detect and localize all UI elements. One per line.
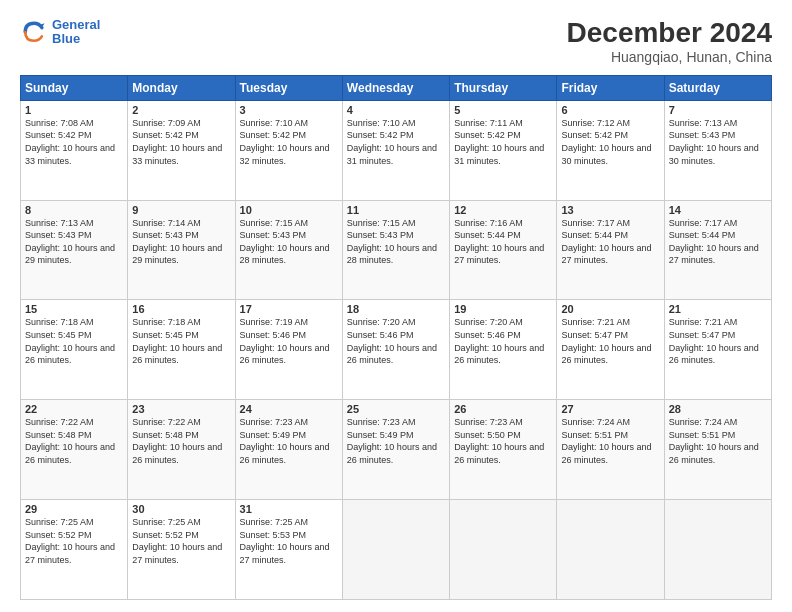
day-number: 24 — [240, 403, 338, 415]
calendar-cell: 10Sunrise: 7:15 AMSunset: 5:43 PMDayligh… — [235, 200, 342, 300]
day-info: Sunrise: 7:18 AMSunset: 5:45 PMDaylight:… — [132, 316, 230, 366]
weekday-header-row: SundayMondayTuesdayWednesdayThursdayFrid… — [21, 75, 772, 100]
logo-text: General Blue — [52, 18, 100, 47]
day-number: 22 — [25, 403, 123, 415]
day-info: Sunrise: 7:24 AMSunset: 5:51 PMDaylight:… — [669, 416, 767, 466]
day-info: Sunrise: 7:23 AMSunset: 5:49 PMDaylight:… — [240, 416, 338, 466]
weekday-header-thursday: Thursday — [450, 75, 557, 100]
day-info: Sunrise: 7:11 AMSunset: 5:42 PMDaylight:… — [454, 117, 552, 167]
calendar-cell: 17Sunrise: 7:19 AMSunset: 5:46 PMDayligh… — [235, 300, 342, 400]
day-info: Sunrise: 7:12 AMSunset: 5:42 PMDaylight:… — [561, 117, 659, 167]
day-number: 27 — [561, 403, 659, 415]
day-info: Sunrise: 7:14 AMSunset: 5:43 PMDaylight:… — [132, 217, 230, 267]
day-number: 23 — [132, 403, 230, 415]
calendar-cell: 18Sunrise: 7:20 AMSunset: 5:46 PMDayligh… — [342, 300, 449, 400]
calendar-cell: 29Sunrise: 7:25 AMSunset: 5:52 PMDayligh… — [21, 500, 128, 600]
calendar-cell: 23Sunrise: 7:22 AMSunset: 5:48 PMDayligh… — [128, 400, 235, 500]
day-number: 21 — [669, 303, 767, 315]
calendar-cell: 6Sunrise: 7:12 AMSunset: 5:42 PMDaylight… — [557, 100, 664, 200]
day-info: Sunrise: 7:21 AMSunset: 5:47 PMDaylight:… — [669, 316, 767, 366]
page: General Blue December 2024 Huangqiao, Hu… — [0, 0, 792, 612]
calendar-cell: 19Sunrise: 7:20 AMSunset: 5:46 PMDayligh… — [450, 300, 557, 400]
calendar-cell: 27Sunrise: 7:24 AMSunset: 5:51 PMDayligh… — [557, 400, 664, 500]
calendar-cell — [557, 500, 664, 600]
calendar-cell: 22Sunrise: 7:22 AMSunset: 5:48 PMDayligh… — [21, 400, 128, 500]
calendar-cell: 4Sunrise: 7:10 AMSunset: 5:42 PMDaylight… — [342, 100, 449, 200]
day-number: 10 — [240, 204, 338, 216]
day-number: 11 — [347, 204, 445, 216]
calendar-cell: 7Sunrise: 7:13 AMSunset: 5:43 PMDaylight… — [664, 100, 771, 200]
day-number: 12 — [454, 204, 552, 216]
calendar-cell: 13Sunrise: 7:17 AMSunset: 5:44 PMDayligh… — [557, 200, 664, 300]
calendar-week-4: 22Sunrise: 7:22 AMSunset: 5:48 PMDayligh… — [21, 400, 772, 500]
day-number: 4 — [347, 104, 445, 116]
calendar-week-5: 29Sunrise: 7:25 AMSunset: 5:52 PMDayligh… — [21, 500, 772, 600]
day-number: 26 — [454, 403, 552, 415]
main-title: December 2024 — [567, 18, 772, 49]
day-number: 28 — [669, 403, 767, 415]
calendar-cell — [450, 500, 557, 600]
day-number: 25 — [347, 403, 445, 415]
calendar-week-3: 15Sunrise: 7:18 AMSunset: 5:45 PMDayligh… — [21, 300, 772, 400]
calendar-cell: 8Sunrise: 7:13 AMSunset: 5:43 PMDaylight… — [21, 200, 128, 300]
day-info: Sunrise: 7:25 AMSunset: 5:52 PMDaylight:… — [25, 516, 123, 566]
day-number: 8 — [25, 204, 123, 216]
logo-general: General — [52, 17, 100, 32]
calendar-cell: 26Sunrise: 7:23 AMSunset: 5:50 PMDayligh… — [450, 400, 557, 500]
day-number: 19 — [454, 303, 552, 315]
calendar-table: SundayMondayTuesdayWednesdayThursdayFrid… — [20, 75, 772, 600]
calendar-cell: 14Sunrise: 7:17 AMSunset: 5:44 PMDayligh… — [664, 200, 771, 300]
calendar-cell: 30Sunrise: 7:25 AMSunset: 5:52 PMDayligh… — [128, 500, 235, 600]
day-info: Sunrise: 7:10 AMSunset: 5:42 PMDaylight:… — [240, 117, 338, 167]
subtitle: Huangqiao, Hunan, China — [567, 49, 772, 65]
logo: General Blue — [20, 18, 100, 47]
calendar-cell: 9Sunrise: 7:14 AMSunset: 5:43 PMDaylight… — [128, 200, 235, 300]
day-number: 16 — [132, 303, 230, 315]
calendar-week-1: 1Sunrise: 7:08 AMSunset: 5:42 PMDaylight… — [21, 100, 772, 200]
calendar-cell: 1Sunrise: 7:08 AMSunset: 5:42 PMDaylight… — [21, 100, 128, 200]
day-info: Sunrise: 7:23 AMSunset: 5:50 PMDaylight:… — [454, 416, 552, 466]
day-info: Sunrise: 7:22 AMSunset: 5:48 PMDaylight:… — [132, 416, 230, 466]
weekday-header-monday: Monday — [128, 75, 235, 100]
calendar-cell: 28Sunrise: 7:24 AMSunset: 5:51 PMDayligh… — [664, 400, 771, 500]
day-number: 17 — [240, 303, 338, 315]
day-info: Sunrise: 7:13 AMSunset: 5:43 PMDaylight:… — [669, 117, 767, 167]
day-info: Sunrise: 7:24 AMSunset: 5:51 PMDaylight:… — [561, 416, 659, 466]
day-info: Sunrise: 7:15 AMSunset: 5:43 PMDaylight:… — [240, 217, 338, 267]
calendar-cell: 15Sunrise: 7:18 AMSunset: 5:45 PMDayligh… — [21, 300, 128, 400]
calendar-cell — [342, 500, 449, 600]
weekday-header-wednesday: Wednesday — [342, 75, 449, 100]
calendar-cell: 16Sunrise: 7:18 AMSunset: 5:45 PMDayligh… — [128, 300, 235, 400]
day-number: 9 — [132, 204, 230, 216]
day-number: 18 — [347, 303, 445, 315]
day-number: 14 — [669, 204, 767, 216]
calendar-week-2: 8Sunrise: 7:13 AMSunset: 5:43 PMDaylight… — [21, 200, 772, 300]
day-info: Sunrise: 7:15 AMSunset: 5:43 PMDaylight:… — [347, 217, 445, 267]
day-info: Sunrise: 7:16 AMSunset: 5:44 PMDaylight:… — [454, 217, 552, 267]
calendar-cell: 20Sunrise: 7:21 AMSunset: 5:47 PMDayligh… — [557, 300, 664, 400]
day-number: 20 — [561, 303, 659, 315]
day-info: Sunrise: 7:20 AMSunset: 5:46 PMDaylight:… — [347, 316, 445, 366]
day-number: 7 — [669, 104, 767, 116]
day-number: 30 — [132, 503, 230, 515]
calendar-cell: 2Sunrise: 7:09 AMSunset: 5:42 PMDaylight… — [128, 100, 235, 200]
day-info: Sunrise: 7:09 AMSunset: 5:42 PMDaylight:… — [132, 117, 230, 167]
calendar-cell: 3Sunrise: 7:10 AMSunset: 5:42 PMDaylight… — [235, 100, 342, 200]
day-info: Sunrise: 7:10 AMSunset: 5:42 PMDaylight:… — [347, 117, 445, 167]
day-number: 3 — [240, 104, 338, 116]
calendar-cell: 5Sunrise: 7:11 AMSunset: 5:42 PMDaylight… — [450, 100, 557, 200]
weekday-header-saturday: Saturday — [664, 75, 771, 100]
header: General Blue December 2024 Huangqiao, Hu… — [20, 18, 772, 65]
calendar-cell: 11Sunrise: 7:15 AMSunset: 5:43 PMDayligh… — [342, 200, 449, 300]
day-info: Sunrise: 7:21 AMSunset: 5:47 PMDaylight:… — [561, 316, 659, 366]
day-info: Sunrise: 7:08 AMSunset: 5:42 PMDaylight:… — [25, 117, 123, 167]
day-number: 15 — [25, 303, 123, 315]
day-info: Sunrise: 7:23 AMSunset: 5:49 PMDaylight:… — [347, 416, 445, 466]
day-info: Sunrise: 7:19 AMSunset: 5:46 PMDaylight:… — [240, 316, 338, 366]
title-block: December 2024 Huangqiao, Hunan, China — [567, 18, 772, 65]
day-info: Sunrise: 7:17 AMSunset: 5:44 PMDaylight:… — [669, 217, 767, 267]
day-info: Sunrise: 7:18 AMSunset: 5:45 PMDaylight:… — [25, 316, 123, 366]
day-number: 6 — [561, 104, 659, 116]
calendar-cell: 21Sunrise: 7:21 AMSunset: 5:47 PMDayligh… — [664, 300, 771, 400]
weekday-header-tuesday: Tuesday — [235, 75, 342, 100]
